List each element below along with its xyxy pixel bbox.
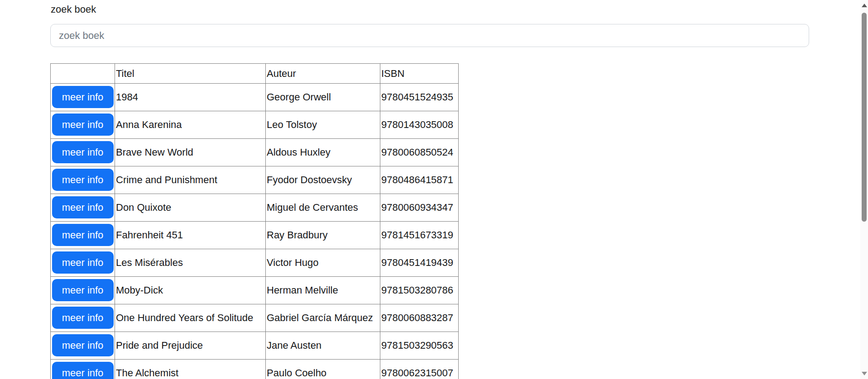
book-action-cell: meer info — [51, 194, 115, 222]
header-titel: Titel — [115, 64, 266, 84]
header-action — [51, 64, 115, 84]
book-author-cell: Leo Tolstoy — [266, 111, 380, 139]
book-isbn-cell: 9780451524935 — [380, 84, 459, 111]
table-row: meer info Crime and Punishment Fyodor Do… — [51, 166, 459, 194]
table-row: meer info Brave New World Aldous Huxley … — [51, 139, 459, 166]
book-action-cell: meer info — [51, 111, 115, 139]
meer-info-button[interactable]: meer info — [52, 86, 114, 108]
book-action-cell: meer info — [51, 222, 115, 249]
book-title-cell: Les Misérables — [115, 249, 266, 277]
book-author-cell: Fyodor Dostoevsky — [266, 166, 380, 194]
vertical-scrollbar-thumb[interactable] — [862, 13, 867, 222]
book-author-cell: Miguel de Cervantes — [266, 194, 380, 222]
table-row: meer info Pride and Prejudice Jane Auste… — [51, 332, 459, 360]
table-header-row: Titel Auteur ISBN — [51, 64, 459, 84]
table-row: meer info One Hundred Years of Solitude … — [51, 304, 459, 332]
table-row: meer info Moby-Dick Herman Melville 9781… — [51, 277, 459, 304]
book-action-cell: meer info — [51, 277, 115, 304]
book-isbn-cell: 9780486415871 — [380, 166, 459, 194]
meer-info-button[interactable]: meer info — [52, 141, 114, 163]
search-label: zoek boek — [51, 4, 868, 15]
book-title-cell: Brave New World — [115, 139, 266, 166]
table-row: meer info Fahrenheit 451 Ray Bradbury 97… — [51, 222, 459, 249]
table-row: meer info 1984 George Orwell 97804515249… — [51, 84, 459, 111]
book-title-cell: Pride and Prejudice — [115, 332, 266, 360]
book-action-cell: meer info — [51, 139, 115, 166]
book-title-cell: The Alchemist — [115, 360, 266, 379]
meer-info-button[interactable]: meer info — [52, 196, 114, 218]
book-author-cell: Aldous Huxley — [266, 139, 380, 166]
search-input[interactable] — [50, 24, 809, 47]
book-author-cell: Jane Austen — [266, 332, 380, 360]
book-action-cell: meer info — [51, 304, 115, 332]
meer-info-button[interactable]: meer info — [52, 251, 114, 274]
book-isbn-cell: 9780060883287 — [380, 304, 459, 332]
book-title-cell: Fahrenheit 451 — [115, 222, 266, 249]
page-content: zoek boek Titel Auteur ISBN meer info 19… — [0, 0, 868, 379]
meer-info-button[interactable]: meer info — [52, 334, 114, 356]
table-row: meer info Don Quixote Miguel de Cervante… — [51, 194, 459, 222]
table-row: meer info The Alchemist Paulo Coelho 978… — [51, 360, 459, 379]
scroll-down-icon[interactable] — [862, 372, 867, 375]
table-row: meer info Anna Karenina Leo Tolstoy 9780… — [51, 111, 459, 139]
book-isbn-cell: 9780062315007 — [380, 360, 459, 379]
header-auteur: Auteur — [266, 64, 380, 84]
scroll-up-icon[interactable] — [862, 4, 867, 7]
book-author-cell: George Orwell — [266, 84, 380, 111]
book-author-cell: Herman Melville — [266, 277, 380, 304]
meer-info-button[interactable]: meer info — [52, 279, 114, 301]
book-isbn-cell: 9780060850524 — [380, 139, 459, 166]
header-isbn: ISBN — [380, 64, 459, 84]
meer-info-button[interactable]: meer info — [52, 307, 114, 329]
book-title-cell: Moby-Dick — [115, 277, 266, 304]
book-action-cell: meer info — [51, 332, 115, 360]
book-author-cell: Paulo Coelho — [266, 360, 380, 379]
book-author-cell: Gabriel García Márquez — [266, 304, 380, 332]
book-isbn-cell: 9780060934347 — [380, 194, 459, 222]
meer-info-button[interactable]: meer info — [52, 224, 114, 246]
book-title-cell: Anna Karenina — [115, 111, 266, 139]
book-author-cell: Ray Bradbury — [266, 222, 380, 249]
meer-info-button[interactable]: meer info — [52, 362, 114, 379]
book-isbn-cell: 9781503290563 — [380, 332, 459, 360]
book-author-cell: Victor Hugo — [266, 249, 380, 277]
book-action-cell: meer info — [51, 166, 115, 194]
book-title-cell: 1984 — [115, 84, 266, 111]
meer-info-button[interactable]: meer info — [52, 169, 114, 191]
book-action-cell: meer info — [51, 249, 115, 277]
book-action-cell: meer info — [51, 84, 115, 111]
meer-info-button[interactable]: meer info — [52, 114, 114, 136]
book-title-cell: Crime and Punishment — [115, 166, 266, 194]
book-isbn-cell: 9781451673319 — [380, 222, 459, 249]
book-action-cell: meer info — [51, 360, 115, 379]
books-table: Titel Auteur ISBN meer info 1984 George … — [50, 63, 459, 379]
book-isbn-cell: 9781503280786 — [380, 277, 459, 304]
book-isbn-cell: 9780143035008 — [380, 111, 459, 139]
vertical-scrollbar[interactable] — [860, 0, 868, 379]
book-title-cell: Don Quixote — [115, 194, 266, 222]
book-isbn-cell: 9780451419439 — [380, 249, 459, 277]
table-row: meer info Les Misérables Victor Hugo 978… — [51, 249, 459, 277]
book-title-cell: One Hundred Years of Solitude — [115, 304, 266, 332]
